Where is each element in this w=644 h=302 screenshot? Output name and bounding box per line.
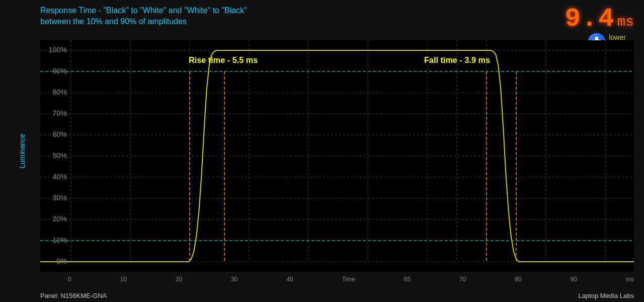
x-axis-ticks: 0 10 20 30 40 Time 65 70 80 90 ms [40,276,634,283]
svg-text:40%: 40% [52,173,67,181]
x-tick-0: 0 [68,276,71,283]
x-tick-40: 40 [286,276,293,283]
svg-text:30%: 30% [52,194,67,202]
brand-label: Laptop Media Labs [578,292,634,299]
chart-title: Response Time - "Black" to "White" and "… [40,5,247,28]
x-tick-10: 10 [120,276,127,283]
svg-text:80%: 80% [52,88,67,96]
x-tick-ms: ms [626,276,634,283]
x-tick-65: 65 [404,276,411,283]
x-tick-time: Time [342,276,355,283]
svg-text:60%: 60% [52,130,67,138]
x-tick-80: 80 [515,276,521,283]
chart-svg: 100% 90% 80% 70% 60% 50% 40% 30% 20% 10%… [40,40,634,272]
svg-text:90%: 90% [52,67,67,75]
svg-text:20%: 20% [52,215,67,223]
chart-container: Response Time - "Black" to "White" and "… [0,0,644,302]
response-time-value: 9.4 ms [565,4,634,34]
svg-text:Rise time - 5.5  ms: Rise time - 5.5 ms [189,55,258,64]
panel-label: Panel: N156KME-GNA [40,292,107,299]
x-tick-20: 20 [176,276,182,283]
svg-text:10%: 10% [52,236,67,244]
svg-text:50%: 50% [52,152,67,160]
svg-text:Fall time - 3.9  ms: Fall time - 3.9 ms [424,55,490,64]
y-axis-label: Luminance [18,134,26,169]
x-tick-90: 90 [571,276,577,283]
x-tick-70: 70 [459,276,466,283]
response-time-number: 9.4 [565,4,615,34]
svg-text:70%: 70% [52,109,67,117]
svg-text:0%: 0% [56,257,67,265]
x-tick-30: 30 [231,276,237,283]
response-time-unit: ms [617,14,634,30]
svg-text:100%: 100% [48,46,67,54]
